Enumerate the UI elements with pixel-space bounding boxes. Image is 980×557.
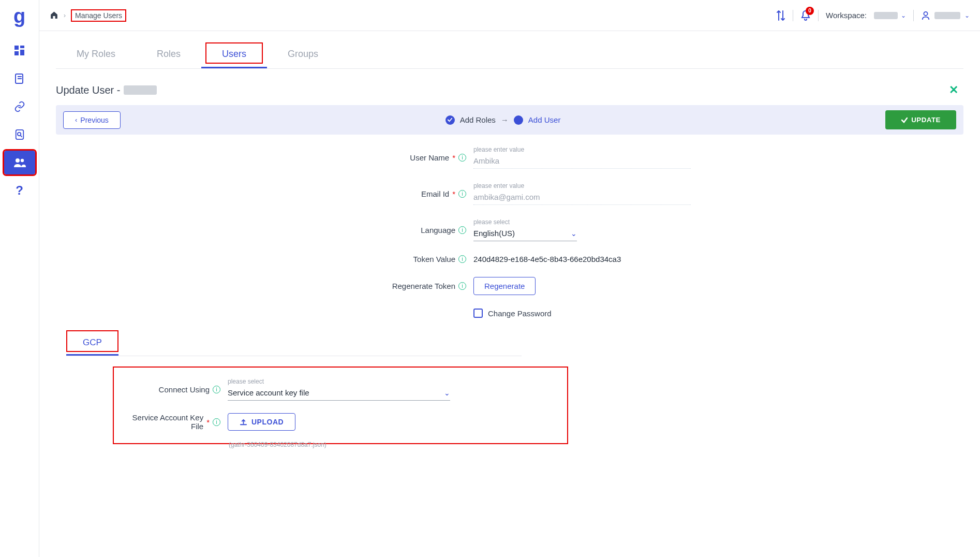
token-label: Token Value (413, 255, 455, 263)
users-icon (13, 157, 26, 168)
person-icon (921, 11, 930, 20)
step-add-user-dot (514, 115, 523, 125)
chevron-down-icon: ⌄ (964, 12, 970, 19)
email-input[interactable] (473, 190, 691, 205)
document-icon (14, 74, 25, 84)
change-password-checkbox[interactable]: Change Password (473, 309, 691, 318)
svg-point-10 (16, 158, 20, 163)
wizard-bar: ‹ Previous Add Roles → Add User UPDATE (56, 105, 963, 135)
info-icon[interactable]: i (213, 386, 220, 393)
check-icon (901, 116, 908, 124)
search-doc-icon (14, 129, 25, 140)
step-add-roles-dot (446, 115, 455, 125)
notifications-button[interactable]: 0 (800, 10, 811, 21)
chevron-down-icon: ⌄ (901, 12, 906, 19)
home-icon[interactable] (50, 11, 58, 20)
svg-rect-0 (14, 46, 19, 50)
chevron-left-icon: ‹ (75, 116, 77, 124)
breadcrumb-separator: › (64, 12, 66, 19)
chevron-down-icon: ⌄ (444, 389, 450, 397)
svg-rect-3 (14, 51, 19, 55)
tabs: My Roles Roles Users Groups (56, 41, 963, 69)
section-title: Update User - (56, 84, 157, 96)
chevron-down-icon: ⌄ (571, 229, 577, 238)
info-icon[interactable]: i (213, 418, 220, 426)
tab-roles[interactable]: Roles (136, 41, 201, 68)
nav-dashboard[interactable] (4, 39, 35, 63)
user-menu[interactable]: ⌄ (921, 11, 970, 20)
link-icon (14, 101, 25, 112)
question-icon: ? (16, 183, 23, 198)
previous-button[interactable]: ‹ Previous (63, 111, 121, 129)
tab-groups[interactable]: Groups (267, 41, 339, 68)
regenerate-button[interactable]: Regenerate (473, 277, 536, 295)
subtabs: GCP (66, 331, 522, 356)
topbar: › Manage Users 0 Workspace: ⌄ (39, 0, 980, 31)
keyfile-hint: (gathr-360409-83402087d8a7.json) (229, 441, 963, 448)
step-add-roles-label[interactable]: Add Roles (460, 115, 496, 124)
svg-rect-2 (20, 50, 24, 55)
nav-users[interactable] (4, 151, 35, 174)
check-icon (447, 117, 453, 123)
nav-connections[interactable] (4, 95, 35, 119)
svg-line-9 (20, 136, 22, 137)
breadcrumb-item[interactable]: Manage Users (71, 9, 126, 22)
username-label: User Name (410, 153, 449, 162)
upload-button[interactable]: UPLOAD (228, 413, 295, 431)
tab-users[interactable]: Users (201, 41, 267, 68)
keyfile-label: Service Account Key File (124, 413, 203, 431)
grid-icon (14, 46, 25, 56)
info-icon[interactable]: i (458, 226, 466, 234)
email-label: Email Id (421, 189, 449, 198)
info-icon[interactable]: i (458, 190, 466, 198)
info-icon[interactable]: i (458, 154, 466, 162)
svg-point-12 (924, 11, 927, 15)
step-add-user-label[interactable]: Add User (528, 115, 561, 124)
token-value: 240d4829-e168-4e5c-8b43-66e20bd34ca3 (473, 255, 691, 263)
subtab-gcp[interactable]: GCP (66, 331, 118, 356)
breadcrumb: › Manage Users (50, 9, 126, 22)
nav-search[interactable] (4, 123, 35, 146)
upload-icon (240, 418, 247, 426)
sidebar: g ? (0, 0, 39, 557)
connect-using-select[interactable]: Service account key file ⌄ (228, 386, 450, 401)
nav-reports[interactable] (4, 67, 35, 91)
close-button[interactable]: ✕ (944, 81, 963, 99)
connect-using-label: Connect Using (159, 385, 210, 394)
gcp-section: Connect Using i please select Service ac… (113, 367, 568, 444)
workspace-selector[interactable]: ⌄ (874, 12, 906, 19)
update-button[interactable]: UPDATE (885, 110, 956, 129)
language-select[interactable]: English(US) ⌄ (473, 227, 577, 241)
nav-help[interactable]: ? (4, 179, 35, 202)
language-label: Language (421, 226, 455, 234)
svg-rect-1 (20, 46, 24, 48)
notification-badge: 0 (806, 7, 814, 15)
info-icon[interactable]: i (458, 255, 466, 263)
svg-rect-7 (16, 130, 23, 139)
checkbox-icon (473, 309, 483, 318)
regen-label: Regenerate Token (392, 282, 455, 290)
sort-icon[interactable] (776, 10, 785, 21)
workspace-label: Workspace: (826, 11, 867, 20)
username-input[interactable] (473, 154, 691, 169)
svg-point-11 (20, 159, 23, 162)
info-icon[interactable]: i (458, 282, 466, 290)
logo: g (13, 5, 25, 27)
tab-my-roles[interactable]: My Roles (56, 41, 136, 68)
svg-point-8 (17, 133, 20, 136)
